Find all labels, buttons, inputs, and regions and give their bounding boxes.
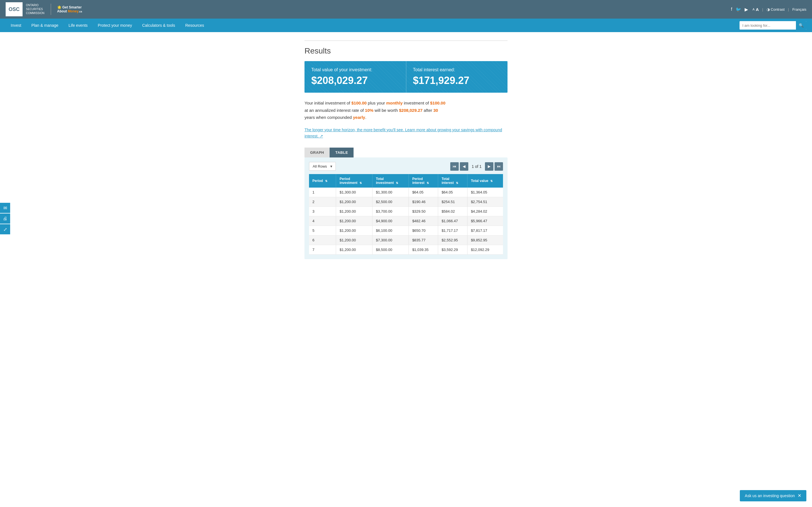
cell-period: 7 (309, 245, 336, 255)
nav-calculators-tools[interactable]: Calculators & tools (137, 18, 180, 32)
control-divider: | (762, 7, 763, 11)
results-title: Results (305, 47, 507, 55)
table-controls: All Rows 10 Rows 20 Rows ▼ ⏮ ◀ 1 of 1 ▶ … (309, 162, 503, 171)
cell-period: 2 (309, 197, 336, 207)
accessibility-controls: A A | ◑ Contrast | Français (753, 7, 806, 12)
font-size-controls: A A (753, 7, 759, 12)
cell-total-val: $4,284.02 (467, 207, 503, 216)
cell-total-int: $254.51 (438, 197, 467, 207)
sort-icon-total-val: ⇅ (490, 179, 493, 182)
cell-total-inv: $4,900.00 (372, 216, 409, 226)
cell-total-val: $12,092.29 (467, 245, 503, 255)
initial-amount: $100.00 (351, 101, 366, 105)
font-large-button[interactable]: A (756, 7, 759, 12)
nav-plan-manage[interactable]: Plan & manage (26, 18, 63, 32)
table-row: 1 $1,300.00 $1,300.00 $64.05 $64.05 $1,3… (309, 187, 503, 197)
sort-icon-total-inv: ⇅ (396, 181, 398, 184)
control-divider2: | (788, 7, 789, 11)
cell-total-int: $64.05 (438, 187, 467, 197)
data-table: Period ⇅ Periodinvestment ⇅ Totalinvestm… (309, 174, 503, 255)
col-total-investment[interactable]: Totalinvestment ⇅ (372, 174, 409, 187)
compound-freq-highlight: yearly (353, 115, 365, 120)
prev-page-button[interactable]: ◀ (460, 162, 468, 171)
nav-life-events[interactable]: Life events (63, 18, 93, 32)
rows-select[interactable]: All Rows 10 Rows 20 Rows (309, 162, 336, 171)
cell-period-int: $329.50 (409, 207, 438, 216)
cell-total-val: $2,754.51 (467, 197, 503, 207)
cell-period: 4 (309, 216, 336, 226)
cell-total-int: $2,552.95 (438, 235, 467, 245)
col-period[interactable]: Period ⇅ (309, 174, 336, 187)
col-total-interest[interactable]: Totalinterest ⇅ (438, 174, 467, 187)
years-highlight: 30 (434, 108, 438, 113)
pagination: ⏮ ◀ 1 of 1 ▶ ⏭ (450, 162, 503, 171)
table-tab[interactable]: TABLE (329, 148, 354, 158)
cell-period-int: $1,039.35 (409, 245, 438, 255)
cell-period-int: $64.05 (409, 187, 438, 197)
cell-period-inv: $1,200.00 (336, 216, 372, 226)
table-header: Period ⇅ Periodinvestment ⇅ Totalinvestm… (309, 174, 503, 187)
cell-total-int: $584.02 (438, 207, 467, 216)
search-button[interactable]: 🔍 (796, 21, 806, 30)
separator (305, 41, 507, 41)
nav-invest[interactable]: Invest (6, 18, 26, 32)
cell-total-inv: $7,300.00 (372, 235, 409, 245)
cell-period-inv: $1,200.00 (336, 207, 372, 216)
font-small-button[interactable]: A (753, 8, 755, 11)
sort-icon-period: ⇅ (325, 179, 327, 182)
facebook-icon[interactable]: f (731, 7, 732, 12)
osc-subtext: ONTARIOSECURITIESCOMMISSION (26, 3, 45, 15)
search-box: 🔍 (740, 21, 806, 30)
col-total-value[interactable]: Total value ⇅ (467, 174, 503, 187)
cell-total-inv: $6,100.00 (372, 226, 409, 235)
cell-period-inv: $1,300.00 (336, 187, 372, 197)
sort-icon-total-int: ⇅ (456, 181, 458, 184)
learn-more-link[interactable]: The longer your time horizon, the more b… (305, 127, 507, 139)
share-action-button[interactable]: ⤢ (0, 224, 10, 234)
total-interest-box: Total interest earned: $171,929.27 (406, 61, 508, 93)
first-page-button[interactable]: ⏮ (450, 162, 459, 171)
side-actions: ✉ 🖨 ⤢ (0, 203, 10, 235)
cell-period: 3 (309, 207, 336, 216)
tabs: GRAPH TABLE (305, 148, 507, 158)
last-page-button[interactable]: ⏭ (495, 162, 503, 171)
language-button[interactable]: Français (792, 7, 806, 11)
table-row: 4 $1,200.00 $4,900.00 $482.46 $1,066.47 … (309, 216, 503, 226)
cell-period-inv: $1,200.00 (336, 226, 372, 235)
twitter-icon[interactable]: 🐦 (735, 7, 741, 12)
top-right-controls: f 🐦 ▶ A A | ◑ Contrast | Français (731, 7, 806, 12)
table-row: 7 $1,200.00 $8,500.00 $1,039.35 $3,592.2… (309, 245, 503, 255)
email-action-button[interactable]: ✉ (0, 203, 10, 213)
print-action-button[interactable]: 🖨 (0, 214, 10, 224)
cell-total-val: $1,364.05 (467, 187, 503, 197)
rate-highlight: 10% (365, 108, 373, 113)
col-period-interest[interactable]: Periodinterest ⇅ (409, 174, 438, 187)
cell-total-int: $1,066.47 (438, 216, 467, 226)
periodic-amount: $100.00 (430, 101, 446, 105)
logo-area: OSC ONTARIOSECURITIESCOMMISSION 🌟 Get Sm… (6, 2, 82, 16)
col-period-investment[interactable]: Periodinvestment ⇅ (336, 174, 372, 187)
contrast-button[interactable]: ◑ Contrast (767, 7, 784, 11)
nav-resources[interactable]: Resources (180, 18, 209, 32)
sort-icon-period-int: ⇅ (426, 181, 429, 184)
sort-icon-period-inv: ⇅ (359, 181, 362, 184)
cell-period: 1 (309, 187, 336, 197)
frequency-highlight: monthly (386, 101, 403, 105)
youtube-icon[interactable]: ▶ (745, 7, 748, 12)
search-input[interactable] (740, 21, 796, 30)
next-page-button[interactable]: ▶ (485, 162, 493, 171)
cell-total-inv: $1,300.00 (372, 187, 409, 197)
nav-protect-money[interactable]: Protect your money (93, 18, 137, 32)
total-value-box: Total value of your investment: $208,029… (305, 61, 406, 93)
table-body: 1 $1,300.00 $1,300.00 $64.05 $64.05 $1,3… (309, 187, 503, 255)
cell-period-inv: $1,200.00 (336, 245, 372, 255)
contrast-icon: ◑ (767, 7, 770, 11)
cell-total-val: $7,817.17 (467, 226, 503, 235)
graph-tab[interactable]: GRAPH (305, 148, 329, 158)
table-section: All Rows 10 Rows 20 Rows ▼ ⏮ ◀ 1 of 1 ▶ … (305, 158, 507, 259)
total-interest-amount: $171,929.27 (413, 75, 501, 87)
total-interest-label: Total interest earned: (413, 67, 501, 72)
nav-bar: Invest Plan & manage Life events Protect… (0, 18, 812, 32)
cell-period-int: $482.46 (409, 216, 438, 226)
total-value-amount: $208,029.27 (311, 75, 399, 87)
